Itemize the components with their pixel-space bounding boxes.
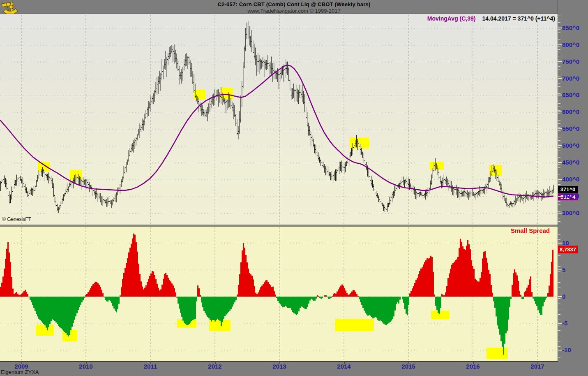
year-label: 2011 <box>144 363 157 370</box>
chart-title: C2-057: Corn CBT (Comb) Cont Liq @ CBOT … <box>0 0 588 7</box>
price-axis-label: 400^0 <box>562 176 579 183</box>
price-axis-label: 700^0 <box>562 75 579 82</box>
year-label: 2010 <box>79 363 92 370</box>
price-axis-label: 850^0 <box>562 24 579 32</box>
spread-histogram <box>0 234 553 355</box>
axis-major-tick <box>558 78 562 79</box>
price-chart <box>0 14 558 225</box>
price-axis-label: 500^0 <box>562 142 579 149</box>
spread-axis-label: -10 <box>562 346 571 354</box>
price-axis-label: 750^0 <box>562 58 579 65</box>
year-label: 2014 <box>337 363 350 370</box>
price-axis[interactable]: 371^0 352^4 8,7837 850^0800^0750^0700^06… <box>558 0 588 376</box>
year-label: 2017 <box>530 363 544 370</box>
axis-major-tick <box>558 179 562 180</box>
year-label: 2012 <box>208 363 221 370</box>
ownership-label: Eigentum ZYXA <box>1 369 39 375</box>
genesis-credit: © GenesisFT <box>2 216 31 222</box>
axis-major-tick <box>558 296 562 297</box>
axis-major-tick <box>558 350 562 350</box>
price-axis-label: 450^0 <box>562 159 579 166</box>
price-panel[interactable]: MovingAvg (C,39) 14.04.2017 = 371^0 (+11… <box>0 14 558 225</box>
spread-title: Small Spread <box>511 227 550 234</box>
price-axis-label: 650^0 <box>562 91 579 99</box>
axis-major-tick <box>558 269 562 270</box>
price-axis-label: 800^0 <box>562 41 579 49</box>
trade-navigator-window: C2-057: Corn CBT (Comb) Cont Liq @ CBOT … <box>0 0 588 376</box>
highlight-boxes-upper <box>38 88 502 179</box>
price-axis-label: 550^0 <box>562 125 579 132</box>
watermark-url: www.TradeNavigator.com © 1999-2017 <box>0 8 588 14</box>
axis-major-tick <box>558 128 562 129</box>
last-price-tag: 371^0 <box>558 186 578 193</box>
price-axis-label: 350^0 <box>562 193 579 200</box>
indicator-header: MovingAvg (C,39) 14.04.2017 = 371^0 (+11… <box>0 15 555 22</box>
spread-axis-label: 0 <box>562 293 565 300</box>
axis-major-tick <box>558 243 562 244</box>
axis-major-tick <box>558 111 562 112</box>
axis-major-tick <box>558 28 562 28</box>
weekly-price-bars <box>0 21 554 213</box>
title-bar: C2-057: Corn CBT (Comb) Cont Liq @ CBOT … <box>0 0 588 14</box>
year-label: 2009 <box>14 363 28 370</box>
axis-major-tick <box>558 323 562 324</box>
axis-major-tick <box>558 95 562 95</box>
spread-panel[interactable]: Small Spread <box>0 227 558 362</box>
cursor-readout: 14.04.2017 = 371^0 (+11^4) <box>482 15 556 22</box>
axis-major-tick <box>558 61 562 62</box>
spread-axis-label: 5 <box>562 266 565 274</box>
axis-major-tick <box>558 213 562 214</box>
highlight-boxes-lower <box>36 311 508 359</box>
spread-chart <box>0 227 558 361</box>
axis-major-tick <box>558 196 562 197</box>
axis-major-tick <box>558 44 562 45</box>
indicator-label[interactable]: MovingAvg (C,39) <box>427 15 476 22</box>
year-label: 2016 <box>466 363 480 370</box>
axis-major-tick <box>558 145 562 146</box>
year-label: 2015 <box>401 363 415 370</box>
spread-axis-label: 10 <box>562 239 569 247</box>
time-axis[interactable]: Eigentum ZYXA 20092010201120122013201420… <box>0 362 588 376</box>
price-axis-label: 300^0 <box>562 209 579 217</box>
price-axis-label: 600^0 <box>562 108 579 116</box>
spread-axis-label: -5 <box>562 320 567 327</box>
axis-major-tick <box>558 162 562 163</box>
year-label: 2013 <box>272 363 286 370</box>
